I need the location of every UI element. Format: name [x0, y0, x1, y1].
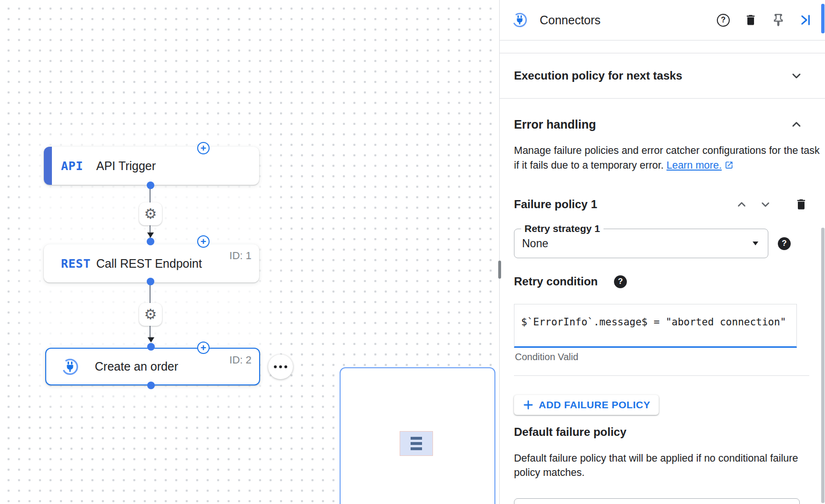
connectors-icon: [512, 12, 527, 28]
execution-policy-section[interactable]: Execution policy for next tasks: [500, 53, 825, 98]
hamburger-bar: [411, 442, 422, 445]
chevron-down-icon[interactable]: [790, 69, 803, 82]
rest-badge: REST: [61, 257, 96, 271]
add-task-button[interactable]: +: [197, 142, 210, 154]
gear-icon: ⚙: [144, 207, 157, 221]
gear-icon: ⚙: [144, 307, 157, 322]
connection-point: [147, 238, 154, 245]
edge-arrowhead: [148, 337, 154, 343]
node-api-trigger[interactable]: API API Trigger: [44, 147, 259, 185]
spacer: [500, 40, 825, 53]
retry-strategy-help-icon[interactable]: ?: [778, 237, 791, 250]
move-policy-up-icon[interactable]: [735, 198, 748, 211]
divider: [514, 375, 809, 376]
node-more-options-button[interactable]: [268, 354, 293, 379]
edge-settings-button[interactable]: ⚙: [139, 303, 162, 326]
retry-condition-label: Retry condition: [514, 275, 598, 288]
hamburger-menu-node[interactable]: [400, 431, 433, 456]
dot: [279, 365, 282, 368]
edge-settings-button[interactable]: ⚙: [139, 202, 162, 225]
connection-point: [147, 343, 155, 351]
error-handling-section: Error handling Manage failure policies a…: [500, 116, 825, 504]
connectors-config-panel: Connectors ? Execution policy for next t…: [499, 0, 825, 504]
plus-icon: +: [201, 236, 206, 246]
retry-strategy-label: Retry strategy 1: [521, 223, 604, 234]
learn-more-link[interactable]: Learn more.: [666, 160, 722, 171]
condition-status: Condition Valid: [514, 352, 825, 363]
connection-point: [147, 382, 155, 389]
chevron-up-icon[interactable]: [790, 118, 803, 131]
node-id-label: ID: 2: [230, 354, 252, 366]
execution-policy-heading: Execution policy for next tasks: [514, 69, 790, 82]
delete-task-icon[interactable]: [744, 13, 757, 27]
failure-policy-heading: Failure policy 1: [514, 198, 735, 211]
scrollbar-thumb[interactable]: [821, 228, 825, 503]
retry-condition-value: $`ErrorInfo`.message$ = "aborted connect…: [521, 316, 786, 328]
node-id-label: ID: 1: [230, 250, 252, 262]
api-badge: API: [61, 159, 96, 173]
workflow-canvas[interactable]: API API Trigger + ⚙ REST Call REST Endpo…: [0, 0, 499, 504]
plus-icon: +: [201, 343, 206, 353]
connection-point: [147, 278, 154, 285]
default-failure-policy-heading: Default failure policy: [514, 425, 825, 439]
retry-condition-input[interactable]: $`ErrorInfo`.message$ = "aborted connect…: [514, 304, 797, 348]
edge-arrowhead: [147, 232, 154, 238]
retry-condition-help-icon[interactable]: ?: [614, 275, 627, 288]
node-create-an-order[interactable]: Create an order ID: 2: [45, 348, 260, 385]
panel-title: Connectors: [540, 13, 703, 27]
node-title: API Trigger: [96, 159, 156, 173]
dot: [274, 365, 277, 368]
pin-icon[interactable]: [772, 13, 785, 27]
hamburger-bar: [411, 437, 422, 440]
help-icon[interactable]: ?: [717, 14, 730, 27]
add-task-button[interactable]: +: [197, 235, 210, 248]
node-title: Call REST Endpoint: [96, 257, 202, 271]
trigger-accent-bar: [44, 147, 52, 185]
add-failure-policy-label: ADD FAILURE POLICY: [539, 399, 650, 411]
connection-point: [147, 181, 154, 189]
default-failure-policy-description: Default failure policy that will be appl…: [514, 451, 823, 480]
hamburger-bar: [411, 447, 422, 450]
node-title: Create an order: [95, 360, 178, 373]
move-policy-down-icon[interactable]: [759, 198, 772, 211]
delete-policy-icon[interactable]: [795, 198, 808, 211]
dot: [284, 365, 287, 368]
retry-strategy-value: None: [522, 237, 753, 250]
panel-header: Connectors ?: [500, 0, 825, 40]
dropdown-caret-icon: [753, 242, 758, 245]
add-failure-policy-button[interactable]: ADD FAILURE POLICY: [514, 395, 659, 415]
divider: [500, 98, 825, 99]
failure-policy-row: Failure policy 1: [514, 196, 825, 213]
connectors-icon: [61, 358, 79, 375]
open-in-new-icon[interactable]: [724, 160, 734, 171]
error-handling-description: Manage failure policies and error catche…: [514, 143, 821, 173]
retry-strategy-select[interactable]: Retry strategy 1 None: [514, 229, 768, 258]
plus-icon: [523, 399, 534, 411]
node-call-rest-endpoint[interactable]: REST Call REST Endpoint ID: 1: [44, 244, 259, 282]
app-integration-editor: API API Trigger + ⚙ REST Call REST Endpo…: [0, 0, 825, 504]
error-handling-heading: Error handling: [514, 118, 790, 131]
scrollbar-thumb-top[interactable]: [821, 4, 825, 33]
default-policy-field[interactable]: [514, 498, 800, 504]
add-task-button[interactable]: +: [197, 342, 210, 354]
collapse-panel-icon[interactable]: [799, 13, 813, 27]
panel-resize-handle[interactable]: [498, 261, 501, 279]
plus-icon: +: [201, 143, 206, 153]
